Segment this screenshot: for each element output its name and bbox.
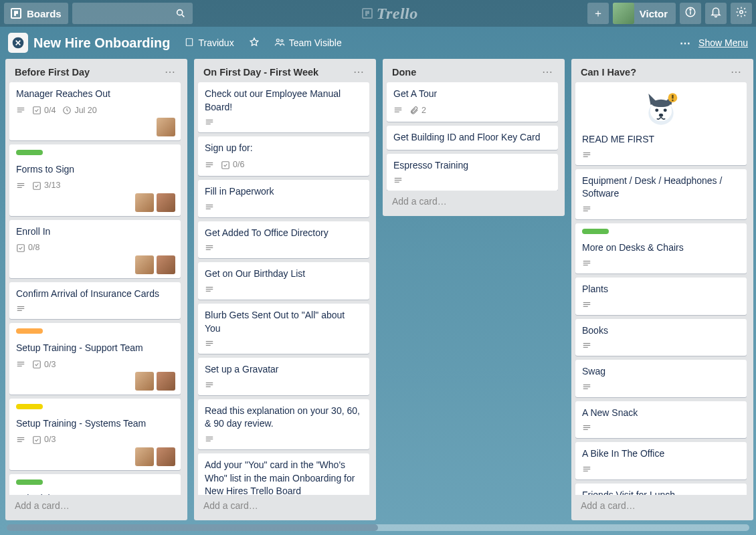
card-title: Get Building ID and Floor Key Card <box>393 132 540 142</box>
member-avatar[interactable] <box>135 193 154 212</box>
visibility-chip[interactable]: Team Visible <box>274 37 342 49</box>
card[interactable]: More on Desks & Chairs <box>575 223 747 274</box>
cards-container: Get A Tour2Get Building ID and Floor Key… <box>387 82 561 191</box>
card[interactable]: Set up a Gravatar <box>198 358 369 395</box>
description-icon <box>582 259 591 268</box>
plus-icon: ＋ <box>593 7 603 21</box>
info-button[interactable] <box>680 3 701 24</box>
add-card-button[interactable]: Add a card… <box>575 495 749 516</box>
top-navbar: Boards Trello ＋ Victor <box>0 0 756 27</box>
svg-point-4 <box>690 9 691 10</box>
cards-container: Check out our Employee Manual Board!Sign… <box>198 82 372 495</box>
card[interactable]: Friends Visit for Lunch <box>575 484 747 495</box>
board-canvas[interactable]: Before First Day⋯Manager Reaches Out0/4J… <box>0 59 756 524</box>
card[interactable]: Manager Reaches Out0/4Jul 20 <box>9 82 181 140</box>
cards-container: READ ME FIRSTEquipment / Desk / Headphon… <box>575 82 749 495</box>
list-title[interactable]: Before First Day <box>15 67 162 78</box>
card-title: Schedule Remote Payments <box>16 493 134 495</box>
list: Before First Day⋯Manager Reaches Out0/4J… <box>5 59 187 520</box>
card[interactable]: Get Building ID and Floor Key Card <box>387 126 558 150</box>
bell-icon <box>710 6 722 21</box>
star-button[interactable] <box>249 37 260 49</box>
org-chip[interactable]: Travidux <box>185 37 233 49</box>
card[interactable]: Blurb Gets Sent Out to "All" about You <box>198 304 369 354</box>
description-icon <box>205 435 214 444</box>
card-title: Read this explanation on your 30, 60, & … <box>205 405 360 429</box>
description-icon <box>205 243 214 253</box>
horizontal-scrollbar[interactable] <box>7 524 749 531</box>
card[interactable]: Get A Tour2 <box>387 82 558 122</box>
member-avatar[interactable] <box>157 372 175 391</box>
description-icon <box>205 381 214 390</box>
member-avatar[interactable] <box>135 372 154 391</box>
card[interactable]: Equipment / Desk / Headphones / Software <box>575 169 747 219</box>
settings-button[interactable] <box>731 3 752 24</box>
card[interactable]: Get on Our Birthday List <box>198 262 369 300</box>
member-avatar[interactable] <box>157 255 175 274</box>
member-avatar[interactable] <box>135 447 154 466</box>
card-title: Friends Visit for Lunch <box>582 490 675 495</box>
boards-label: Boards <box>27 8 62 19</box>
card[interactable]: A Bike In The Office <box>575 442 747 479</box>
card[interactable]: A New Snack <box>575 401 747 439</box>
show-menu-button[interactable]: Show Menu <box>698 37 748 48</box>
card[interactable]: Setup Training - Support Team0/3 <box>9 323 181 395</box>
card-title: Sign up for: <box>205 142 253 153</box>
card[interactable]: Schedule Remote Payments <box>9 474 181 495</box>
list: Done⋯Get A Tour2Get Building ID and Floo… <box>383 59 565 216</box>
member-avatar[interactable] <box>135 255 154 274</box>
search-icon <box>175 8 186 19</box>
list-title[interactable]: Done <box>392 67 539 78</box>
user-menu[interactable]: Victor <box>613 3 676 24</box>
create-button[interactable]: ＋ <box>587 3 609 24</box>
list-menu-button[interactable]: ⋯ <box>539 66 557 78</box>
list-menu-button[interactable]: ⋯ <box>351 66 368 78</box>
star-icon <box>249 37 260 49</box>
board-avatar <box>8 33 28 53</box>
card-title: Swag <box>582 366 605 377</box>
board-title[interactable]: New Hire Onboarding <box>33 35 170 51</box>
card[interactable]: Get Added To Office Directory <box>198 221 369 259</box>
card[interactable]: Espresso Training <box>387 154 558 191</box>
card[interactable]: Check out our Employee Manual Board! <box>198 82 369 132</box>
card[interactable]: Enroll In0/8 <box>9 220 181 278</box>
card-title: Espresso Training <box>393 160 468 171</box>
list-menu-button[interactable]: ⋯ <box>728 66 745 78</box>
member-avatar[interactable] <box>157 118 175 136</box>
card-title: Equipment / Desk / Headphones / Software <box>582 175 722 199</box>
description-icon <box>582 300 591 310</box>
boards-button[interactable]: Boards <box>4 3 68 24</box>
checklist-badge: 0/3 <box>32 434 56 446</box>
member-avatar[interactable] <box>157 193 175 212</box>
card[interactable]: Read this explanation on your 30, 60, & … <box>198 399 369 449</box>
svg-rect-43 <box>222 161 229 169</box>
card[interactable]: Forms to Sign3/13 <box>9 144 181 216</box>
list: Can I Have?⋯READ ME FIRSTEquipment / Des… <box>571 59 753 520</box>
add-card-button[interactable]: Add a card… <box>9 495 183 516</box>
list-title[interactable]: On First Day - First Week <box>203 67 351 78</box>
card[interactable]: Plants <box>575 278 747 315</box>
trello-logo[interactable]: Trello <box>362 5 418 23</box>
svg-point-14 <box>276 39 279 41</box>
notifications-button[interactable] <box>705 3 727 24</box>
checklist-badge: 0/4 <box>32 105 56 117</box>
list-title[interactable]: Can I Have? <box>581 67 728 78</box>
card[interactable]: Sign up for:0/6 <box>198 136 369 176</box>
list-menu-button[interactable]: ⋯ <box>162 66 179 78</box>
search-input[interactable] <box>72 3 193 24</box>
card[interactable]: Books <box>575 319 747 356</box>
member-avatar[interactable] <box>157 447 175 466</box>
card[interactable]: Confirm Arrival of Insurance Cards <box>9 282 181 320</box>
trello-logo-icon <box>362 8 373 19</box>
card[interactable]: Add your "You" card in the "Who's Who" l… <box>198 453 369 495</box>
add-card-button[interactable]: Add a card… <box>198 495 372 516</box>
board-header: New Hire Onboarding Travidux Team Visibl… <box>0 27 756 59</box>
team-icon <box>274 37 285 49</box>
boards-icon <box>11 8 21 19</box>
add-card-button[interactable]: Add a card… <box>387 191 561 212</box>
card-title: Blurb Gets Sent Out to "All" about You <box>205 310 345 334</box>
card[interactable]: Swag <box>575 360 747 397</box>
card[interactable]: Fill in Paperwork <box>198 180 369 217</box>
card[interactable]: Setup Training - Systems Team0/3 <box>9 399 181 470</box>
card[interactable]: READ ME FIRST <box>575 82 747 165</box>
